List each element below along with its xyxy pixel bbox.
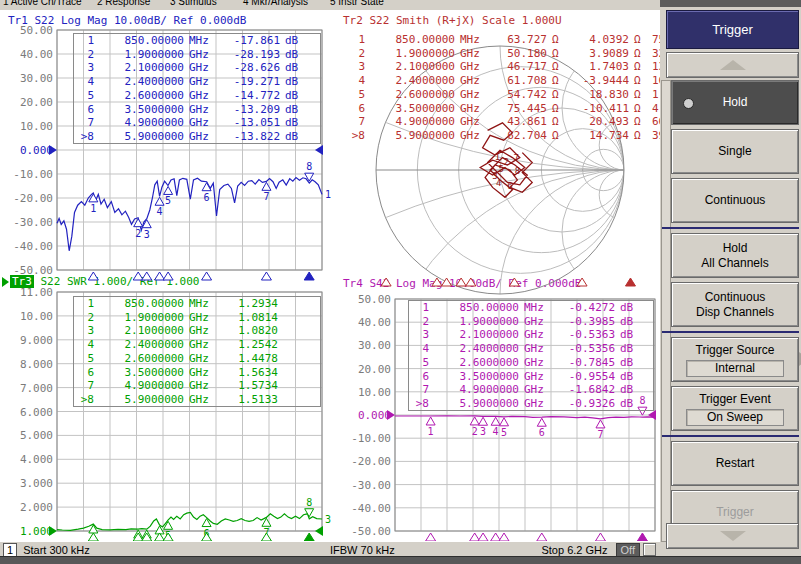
marker-cell: 4 — [345, 74, 365, 87]
softkey-continuous-disp-channels[interactable]: ContinuousDisp Channels — [671, 282, 799, 327]
marker-cell: 5.9000000 — [365, 129, 455, 142]
scroll-up-button[interactable] — [666, 52, 799, 78]
marker-cell: MHz — [184, 297, 218, 310]
marker-cell: dB — [280, 34, 304, 47]
channel-indicator: 1 — [3, 543, 17, 557]
softkey-hold[interactable]: Hold — [671, 80, 799, 125]
y-axis-label: 6.000 — [9, 406, 53, 419]
marker-cell: 3.5000000 — [365, 102, 455, 115]
marker-cell: 16 — [647, 74, 661, 87]
marker-cell: 4. — [647, 102, 661, 115]
marker-cell: 1 — [409, 301, 429, 314]
marker-cell: GHz — [184, 324, 218, 337]
marker-cell: -14.772 — [218, 89, 280, 102]
menu-item-4[interactable]: 4 Mkr/Analysis — [243, 0, 308, 9]
marker-cell: dB — [615, 315, 639, 328]
svg-text:4: 4 — [157, 206, 163, 217]
menu-item-5[interactable]: 5 Instr State — [330, 0, 384, 9]
tr2-marker-table: 1850.00000MHz63.727Ω4.0392Ω7521.9000000G… — [345, 33, 661, 142]
status-bar: 1 Start 300 kHz IFBW 70 kHz Stop 6.2 GHz… — [0, 541, 660, 557]
marker-cell: -0.5363 — [553, 328, 615, 341]
marker-cell: Ω — [547, 47, 565, 60]
marker-cell: 1.9000000 — [429, 315, 519, 328]
marker-cell: 3.5000000 — [94, 366, 184, 379]
marker-cell: GHz — [184, 89, 218, 102]
marker-cell: 63.727 — [487, 33, 547, 46]
marker-cell: GHz — [519, 383, 553, 396]
marker-cell: 5 — [409, 356, 429, 369]
softkey-trigger-event[interactable]: Trigger EventOn Sweep — [671, 386, 799, 431]
marker-cell: 850.00000 — [94, 297, 184, 310]
marker-cell: 2.6000000 — [94, 89, 184, 102]
softkey-hold-all-channels[interactable]: HoldAll Channels — [671, 233, 799, 278]
softkey-trigger-source[interactable]: Trigger SourceInternal — [671, 337, 799, 382]
svg-text:5: 5 — [165, 195, 171, 206]
marker-cell: GHz — [455, 88, 487, 101]
marker-cell: 3.5000000 — [429, 370, 519, 383]
ref-level-right-arrow-icon — [648, 410, 656, 420]
marker-cell: GHz — [184, 130, 218, 143]
marker-cell: 66 — [647, 115, 661, 128]
svg-text:1: 1 — [325, 189, 331, 200]
y-axis-label: 7.000 — [9, 382, 53, 395]
svg-text:5: 5 — [499, 164, 504, 174]
marker-cell: 1 — [74, 34, 94, 47]
softkey-single[interactable]: Single — [671, 129, 799, 174]
active-trace-arrow-icon — [2, 277, 9, 287]
marker-cell: 5.9000000 — [94, 393, 184, 406]
softkey-restart[interactable]: Restart — [671, 441, 799, 486]
y-axis-label: 3.000 — [9, 477, 53, 490]
softkey-label: Trigger Event — [699, 392, 771, 407]
y-axis-label: 1.000 — [9, 525, 53, 538]
marker-cell: -3.9444 — [565, 74, 629, 87]
marker-cell: dB — [280, 75, 304, 88]
marker-cell: 4.9000000 — [94, 116, 184, 129]
softkey-label: Restart — [716, 456, 755, 471]
softkey-scrollbar[interactable] — [661, 80, 671, 542]
marker-cell: 2 — [345, 47, 365, 60]
marker-cell: -0.7845 — [553, 356, 615, 369]
marker-cell: dB — [615, 342, 639, 355]
y-axis-label: 40.00 — [347, 316, 391, 329]
marker-cell: GHz — [184, 75, 218, 88]
marker-cell: >8 — [74, 130, 94, 143]
y-axis-label: -40.00 — [347, 502, 391, 515]
marker-cell: 1.5734 — [218, 379, 278, 392]
marker-cell: 3.9089 — [565, 47, 629, 60]
menu-item-1[interactable]: 1 Active Ch/Trace — [3, 0, 82, 9]
softkey-continuous[interactable]: Continuous — [671, 178, 799, 223]
softkey-label: Continuous — [705, 193, 766, 208]
marker-cell: 7 — [74, 379, 94, 392]
marker-cell: 3 — [74, 324, 94, 337]
y-axis-label: 4.000 — [9, 453, 53, 466]
tr2-title: Tr2 S22 Smith (R+jX) Scale 1.000U — [343, 14, 562, 27]
softkey-label: Trigger — [716, 505, 754, 520]
y-axis-label: 30.00 — [9, 72, 53, 85]
marker-cell: >8 — [74, 393, 94, 406]
y-axis-label: -30.00 — [9, 216, 53, 229]
marker-cell: GHz — [455, 74, 487, 87]
marker-cell: 43.861 — [487, 115, 547, 128]
menu-item-2[interactable]: 2 Response — [97, 0, 150, 9]
marker-cell: Ω — [547, 33, 565, 46]
marker-cell: 2.4000000 — [94, 338, 184, 351]
svg-text:8: 8 — [306, 161, 312, 172]
marker-cell: GHz — [184, 61, 218, 74]
svg-text:2: 2 — [503, 157, 508, 167]
marker-cell: >8 — [409, 397, 429, 410]
y-axis-label: 20.00 — [9, 96, 53, 109]
scroll-down-button[interactable] — [666, 523, 799, 549]
menu-item-3[interactable]: 3 Stimulus — [170, 0, 217, 9]
marker-cell: 2.4000000 — [429, 342, 519, 355]
tr4-marker-table: 1850.00000MHz-0.4272dB21.9000000GHz-0.39… — [408, 300, 654, 411]
y-axis-label: -20.00 — [347, 455, 391, 468]
marker-cell: 5.9000000 — [94, 130, 184, 143]
status-mini-button[interactable] — [643, 543, 656, 556]
ref-level-left-arrow-icon — [49, 526, 57, 536]
ref-level-left-arrow-icon — [49, 145, 57, 155]
marker-cell: 1.9000000 — [94, 48, 184, 61]
marker-cell: Ω — [629, 47, 647, 60]
marker-cell: 75.445 — [487, 102, 547, 115]
marker-cell: -0.3985 — [553, 315, 615, 328]
marker-cell: 50.180 — [487, 47, 547, 60]
